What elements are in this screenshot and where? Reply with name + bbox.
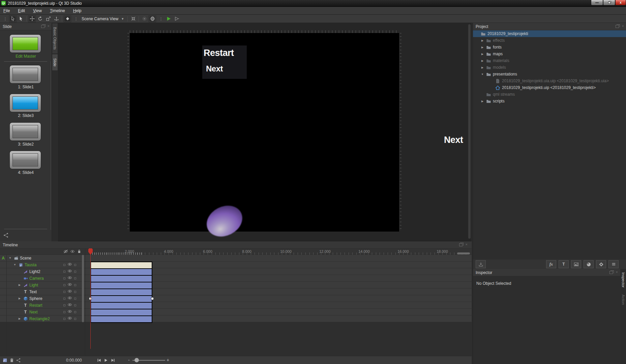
minimize-icon[interactable]: — <box>591 0 603 5</box>
timeline-row-tausta[interactable]: ▼Tausta <box>0 262 472 268</box>
slide-label[interactable]: 4: Slide4 <box>0 170 52 175</box>
timeline-row-next[interactable]: TNext <box>0 309 472 315</box>
keyframe-marker[interactable] <box>151 297 154 300</box>
float-panel-icon[interactable] <box>616 25 619 28</box>
shy-toggle[interactable] <box>63 271 65 273</box>
time-bar[interactable] <box>91 262 152 269</box>
viewport-scrollbar[interactable] <box>468 24 471 239</box>
project-tree-item[interactable]: 20181029_testiprojekti <box>473 30 626 37</box>
shy-toggle[interactable] <box>63 264 65 266</box>
slide-label[interactable]: 1: Slide1 <box>0 85 52 89</box>
timeline-row-camera[interactable]: Camera <box>0 275 472 282</box>
eye-icon[interactable] <box>67 282 72 288</box>
next-text-object-left[interactable]: Next <box>206 64 223 73</box>
lock-toggle[interactable] <box>74 318 76 320</box>
shy-toggle[interactable] <box>63 304 65 306</box>
eye-icon[interactable] <box>67 316 72 322</box>
play-icon[interactable] <box>103 358 108 364</box>
sphere-object[interactable] <box>201 200 247 243</box>
time-bar[interactable] <box>91 303 152 309</box>
close-panel-icon[interactable]: × <box>466 242 468 246</box>
slide-thumbnail[interactable] <box>9 151 41 169</box>
master-slide-thumbnail[interactable] <box>9 34 41 53</box>
shy-toggle[interactable] <box>63 291 65 293</box>
skip-to-start-icon[interactable] <box>97 358 101 364</box>
lock-toggle[interactable] <box>74 298 76 300</box>
project-tree-item[interactable]: ▶scripts <box>473 98 626 104</box>
slide-label[interactable]: 2: Slide3 <box>0 113 52 118</box>
chevron-right-icon[interactable]: ▶ <box>18 297 22 300</box>
slide-label[interactable]: Edit Master <box>0 54 52 59</box>
chevron-right-icon[interactable]: ▶ <box>480 100 484 103</box>
shy-toggle[interactable] <box>63 318 65 320</box>
eye-icon[interactable] <box>67 275 72 281</box>
close-panel-icon[interactable]: × <box>622 24 624 28</box>
timeline-tree-scrollbar[interactable] <box>82 255 84 322</box>
lock-icon[interactable] <box>77 249 82 255</box>
play-green-icon[interactable] <box>165 16 172 22</box>
project-tree-item[interactable]: qml streams <box>473 91 626 98</box>
menu-item-timeline[interactable]: Timeline <box>49 8 66 14</box>
project-tree-item[interactable]: ▶maps <box>473 51 626 57</box>
next-text-object-right[interactable]: Next <box>444 135 463 145</box>
shy-toggle[interactable] <box>63 298 65 300</box>
eye-icon[interactable] <box>67 296 72 301</box>
pointer-filled-icon[interactable] <box>17 16 25 22</box>
tab-action[interactable]: Action <box>620 291 626 308</box>
lock-toggle[interactable] <box>74 271 76 273</box>
share-icon[interactable] <box>16 358 21 364</box>
timeline-row-scene[interactable]: ▼Scene <box>0 255 472 262</box>
chevron-right-icon[interactable]: ▶ <box>480 66 484 69</box>
float-panel-icon[interactable] <box>609 271 613 274</box>
material-diamond-icon[interactable] <box>596 260 606 268</box>
pointer-outline-icon[interactable] <box>9 16 17 22</box>
maximize-icon[interactable] <box>603 0 615 5</box>
pivot-diamond-icon[interactable] <box>64 16 71 22</box>
scene-viewport[interactable]: Restart Next Next <box>58 23 472 241</box>
eye-off-icon[interactable] <box>63 249 68 255</box>
tab-basic-objects[interactable]: Basic Objects <box>52 23 58 54</box>
grip-icon[interactable]: ⋮ <box>1 16 8 22</box>
menu-item-file[interactable]: File <box>3 8 10 14</box>
play-outline-icon[interactable] <box>173 16 180 22</box>
slide-label[interactable]: 3: Slide2 <box>0 142 52 147</box>
project-tree-item[interactable]: 20181029_testiprojekti.uia.uip <20181029… <box>473 78 626 84</box>
sphere-dot-icon[interactable] <box>584 260 594 268</box>
project-tree-item[interactable]: ▶models <box>473 64 626 71</box>
tab-inspector[interactable]: Inspector <box>620 269 626 291</box>
chevron-down-icon[interactable]: ▼ <box>480 73 484 76</box>
timeline-row-rectangle2[interactable]: ▶Rectangle2 <box>0 315 472 322</box>
chevron-right-icon[interactable]: ▶ <box>18 283 22 286</box>
chevron-right-icon[interactable]: ▶ <box>480 46 484 49</box>
project-tree-item[interactable]: 20181029_testiprojekti.uip <20181029_tes… <box>473 84 626 91</box>
float-panel-icon[interactable] <box>41 25 44 28</box>
slide-thumbnail[interactable] <box>9 65 41 84</box>
lock-toggle[interactable] <box>74 284 76 286</box>
tab-slide[interactable]: Slide <box>52 54 58 71</box>
chevron-right-icon[interactable]: ▶ <box>480 39 484 42</box>
project-tree-item[interactable]: ▼presentations <box>473 71 626 78</box>
close-icon[interactable]: x <box>615 0 626 5</box>
lock-toggle[interactable] <box>74 304 76 306</box>
shy-toggle[interactable] <box>63 277 65 279</box>
wireframe-globe-icon[interactable] <box>149 16 156 22</box>
fit-selected-icon[interactable] <box>129 16 137 22</box>
move-tool-icon[interactable] <box>28 16 36 22</box>
eye-icon[interactable] <box>67 309 72 315</box>
text-lines-icon[interactable] <box>608 260 619 268</box>
chevron-down-icon[interactable]: ▼ <box>13 263 17 266</box>
import-tray-icon[interactable] <box>476 260 486 268</box>
restart-text-object[interactable]: Restart <box>204 48 234 58</box>
menu-item-help[interactable]: Help <box>72 8 82 14</box>
lock-toggle[interactable] <box>74 264 76 266</box>
time-bar[interactable] <box>91 316 152 323</box>
time-bar[interactable] <box>91 269 152 276</box>
chevron-right-icon[interactable]: ▶ <box>18 317 22 320</box>
project-tree-item[interactable]: ▶fonts <box>473 44 626 51</box>
chevron-down-icon[interactable]: ▼ <box>8 256 12 260</box>
menu-item-view[interactable]: View <box>32 8 42 14</box>
shy-toggle[interactable] <box>63 311 65 313</box>
timeline-row-sphere[interactable]: ▶Sphere <box>0 295 472 302</box>
timeline-zoom-handle[interactable] <box>135 358 139 362</box>
time-bar[interactable] <box>91 296 152 303</box>
